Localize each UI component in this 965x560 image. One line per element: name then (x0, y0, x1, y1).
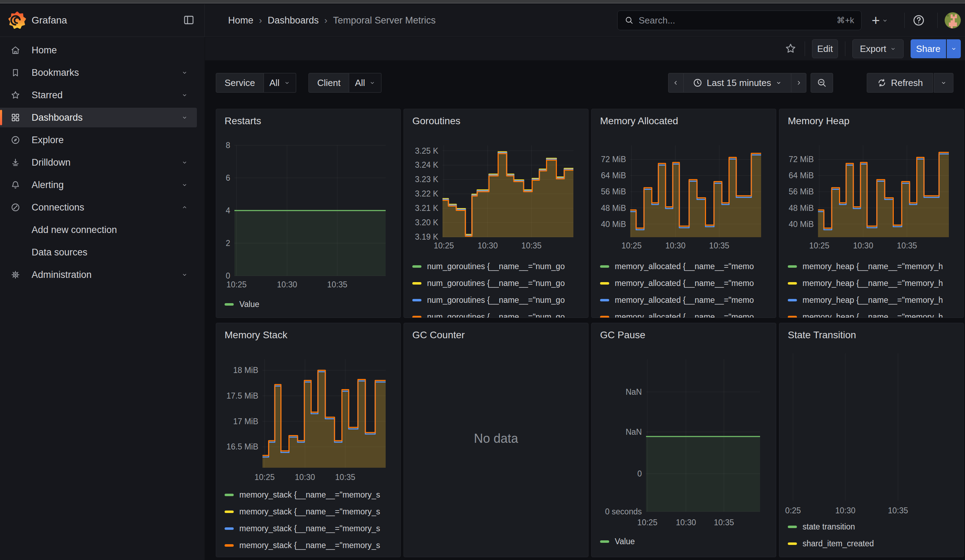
service-filter-value[interactable]: All (264, 73, 296, 93)
legend-item[interactable]: state transition (788, 518, 962, 535)
zoom-out-icon (816, 78, 827, 88)
chevron-down-icon (940, 80, 947, 86)
chart-plot[interactable] (234, 145, 386, 276)
legend: memory_stack {__name__="memory_smemory_s… (224, 486, 398, 557)
x-axis-tick: 10:25 (809, 241, 829, 250)
legend-item[interactable]: memory_heap {__name__="memory_h (788, 258, 962, 275)
x-axis-tick: 10:30 (853, 241, 873, 250)
favorite-star-icon[interactable] (783, 42, 798, 56)
sidebar-item-connections[interactable]: Connections (0, 198, 197, 217)
x-axis-tick: 10:30 (665, 241, 686, 250)
panel-title[interactable]: GC Pause (600, 330, 645, 341)
legend-item[interactable]: num_goroutines {__name__="num_go (412, 309, 586, 318)
sidebar-item-alerting[interactable]: Alerting (0, 175, 197, 195)
y-axis-tick: NaN (592, 387, 642, 397)
grafana-logo-icon[interactable] (8, 11, 26, 29)
legend-color-swatch (788, 316, 797, 318)
legend-item[interactable]: memory_stack {__name__="memory_s (224, 486, 398, 503)
chevron-down-icon (882, 17, 888, 23)
panel-gc-counter: GC Counter No data (404, 323, 589, 557)
legend-item[interactable]: Value (600, 533, 774, 550)
sidebar-item-explore[interactable]: Explore (0, 130, 197, 150)
panel-title[interactable]: Restarts (224, 116, 261, 127)
y-axis-tick: 3.23 K (404, 175, 438, 184)
panel-title[interactable]: Memory Stack (224, 330, 288, 341)
y-axis-tick: 3.21 K (404, 203, 438, 213)
y-axis-tick: 3.20 K (404, 217, 438, 227)
chevron-down-icon (182, 114, 188, 121)
time-shift-back-button[interactable] (668, 73, 684, 93)
chevron-up-icon (182, 204, 188, 211)
legend-item[interactable]: Value (224, 296, 398, 313)
chevron-down-icon (775, 80, 782, 86)
app-header: Grafana Home › Dashboards › Temporal Ser… (0, 4, 965, 37)
chart-plot[interactable] (818, 145, 949, 237)
legend-label: memory_allocated {__name__="memo (615, 262, 754, 271)
breadcrumb-dashboards[interactable]: Dashboards (268, 15, 319, 26)
sidebar-item-bookmarks[interactable]: Bookmarks (0, 63, 197, 82)
search-input[interactable]: Search... ⌘+k (617, 11, 862, 30)
header-divider (904, 13, 904, 28)
sidebar-item-data-sources[interactable]: Data sources (0, 242, 197, 262)
toolbar-divider (845, 41, 846, 56)
time-shift-forward-button[interactable] (791, 73, 806, 93)
sidebar-item-dashboards[interactable]: Dashboards (0, 108, 197, 127)
time-range-picker[interactable]: Last 15 minutes (684, 73, 791, 93)
share-button[interactable]: Share (911, 39, 946, 58)
panel-title[interactable]: Memory Allocated (600, 116, 678, 127)
chevron-down-icon (182, 272, 188, 278)
panel-title[interactable]: GC Counter (412, 330, 465, 341)
legend-item[interactable]: memory_stack {__name__="memory_s (224, 503, 398, 520)
refresh-sync-icon (877, 78, 887, 88)
zoom-out-button[interactable] (811, 73, 833, 93)
breadcrumb-home[interactable]: Home (228, 15, 254, 26)
refresh-interval-button[interactable] (934, 73, 954, 93)
sidebar-item-add-new-connection[interactable]: Add new connection (0, 220, 197, 240)
chart-plot[interactable] (443, 145, 573, 237)
y-axis-tick: 3.22 K (404, 189, 438, 199)
export-button[interactable]: Export (852, 39, 903, 58)
legend-item[interactable]: memory_allocated {__name__="memo (600, 292, 774, 309)
chart-plot[interactable] (630, 145, 761, 237)
compass-icon (10, 135, 20, 145)
sidebar-item-drilldown[interactable]: Drilldown (0, 153, 197, 172)
legend-item[interactable]: memory_stack {__name__="memory_s (224, 537, 398, 553)
edit-button[interactable]: Edit (812, 39, 838, 58)
legend-item[interactable]: memory_heap {__name__="memory_h (788, 309, 962, 318)
legend-item[interactable]: memory_heap {__name__="memory_h (788, 275, 962, 292)
legend-label: num_goroutines {__name__="num_go (427, 296, 564, 305)
refresh-button[interactable]: Refresh (867, 73, 933, 93)
y-axis-tick: 6 (216, 173, 230, 183)
y-axis-tick: NaN (592, 427, 642, 437)
avatar[interactable] (945, 12, 961, 28)
add-new-button[interactable]: + (872, 13, 888, 28)
legend-item[interactable]: num_goroutines {__name__="num_go (412, 292, 586, 309)
legend-item[interactable]: shard_item_created (788, 535, 962, 552)
panel-title[interactable]: Memory Heap (788, 116, 850, 127)
sidebar-toggle-icon[interactable] (182, 13, 196, 28)
chart-plot[interactable] (793, 353, 949, 501)
legend-item[interactable]: num_goroutines {__name__="num_go (412, 258, 586, 275)
legend-item[interactable]: memory_heap {__name__="memory_h (788, 292, 962, 309)
x-axis-tick: 10:25 (254, 473, 275, 482)
panel-gc-pause: GC Pause NaNNaN00 seconds10:2510:3010:35… (591, 323, 776, 557)
legend-item[interactable]: memory_allocated {__name__="memo (600, 275, 774, 292)
refresh-controls: Refresh (867, 73, 954, 93)
panel-title[interactable]: Goroutines (412, 116, 460, 127)
legend-item[interactable]: memory_allocated {__name__="memo (600, 258, 774, 275)
legend-item[interactable]: memory_allocated {__name__="memo (600, 309, 774, 318)
legend-item[interactable]: memory_stack {__name__="memory_s (224, 520, 398, 537)
panel-title[interactable]: State Transition (788, 330, 856, 341)
sidebar-item-administration[interactable]: Administration (0, 265, 197, 284)
chart-plot[interactable] (262, 359, 386, 468)
chart-plot[interactable] (646, 359, 760, 511)
client-filter-value[interactable]: All (349, 73, 381, 93)
sidebar-item-label: Dashboards (31, 112, 83, 123)
legend-item[interactable]: num_goroutines {__name__="num_go (412, 275, 586, 292)
y-axis-tick: 8 (216, 140, 230, 150)
sidebar-item-starred[interactable]: Starred (0, 85, 197, 105)
sidebar-item-home[interactable]: Home (0, 40, 197, 60)
legend: memory_heap {__name__="memory_hmemory_he… (788, 258, 962, 318)
share-options-button[interactable] (947, 39, 961, 58)
help-icon[interactable] (913, 14, 925, 27)
